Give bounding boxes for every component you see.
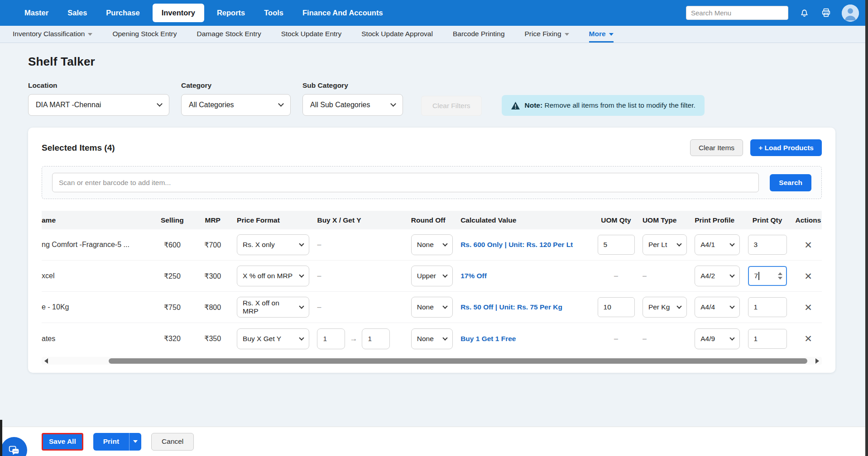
chevron-down-icon — [299, 272, 304, 277]
print-qty-input-value: 1 — [754, 335, 758, 343]
table-row: e - 10Kg₹750₹800Rs. X off on MRP–NoneRs.… — [42, 292, 822, 323]
calculated-value-link[interactable]: Rs. 50 Off | Unit: Rs. 75 Per Kg — [460, 303, 562, 311]
subnav-item-price-fixing[interactable]: Price Fixing — [525, 26, 569, 43]
price-format-select[interactable]: X % off on MRP — [237, 266, 309, 286]
panel-title: Selected Items (4) — [42, 143, 115, 153]
clear-items-button[interactable]: Clear Items — [690, 139, 743, 156]
subnav-item-label: More — [589, 30, 606, 38]
horizontal-scrollbar[interactable] — [42, 357, 822, 365]
print-qty-input[interactable]: 3 — [748, 235, 787, 255]
spinner-down-icon[interactable] — [778, 277, 782, 280]
item-name-cell: ng Comfort -Fragrance-5 ... — [42, 241, 148, 249]
round-off-select[interactable]: None — [411, 297, 453, 318]
barcode-input[interactable] — [52, 173, 759, 192]
topnav-item-purchase[interactable]: Purchase — [100, 4, 146, 22]
subnav-item-opening-stock-entry[interactable]: Opening Stock Entry — [112, 26, 177, 43]
buy-x-value: 1 — [323, 335, 327, 343]
location-select[interactable]: DIA MART -Chennai — [28, 94, 169, 116]
print-icon[interactable] — [820, 7, 832, 19]
round-off-cell: None — [411, 328, 453, 349]
sub-category-label: Sub Category — [302, 81, 403, 90]
items-table: ameSellingMRPPrice FormatBuy X / Get YRo… — [42, 211, 822, 365]
calculated-value-link[interactable]: Buy 1 Get 1 Free — [460, 335, 516, 343]
column-header-print-profile: Print Profile — [695, 216, 740, 224]
round-off-select[interactable]: Upper — [411, 266, 453, 286]
uom-qty-cell: 10 — [598, 297, 635, 317]
user-avatar[interactable] — [842, 5, 859, 22]
subnav-item-label: Damage Stock Entry — [197, 30, 261, 38]
mrp-price: ₹700 — [204, 241, 221, 249]
print-qty-cell: 3 — [748, 235, 787, 255]
price-format-select[interactable]: Buy X Get Y — [237, 328, 309, 349]
print-profile-select[interactable]: A4/9 — [695, 328, 740, 349]
uom-type-select[interactable]: Per Lt — [643, 234, 687, 255]
chevron-down-icon — [676, 304, 681, 309]
remove-item-button[interactable]: ✕ — [804, 334, 812, 343]
remove-item-button[interactable]: ✕ — [804, 240, 812, 250]
subnav-item-inventory-classification[interactable]: Inventory Classification — [13, 26, 92, 43]
scrollbar-thumb[interactable] — [109, 358, 807, 364]
subnav-item-more[interactable]: More — [589, 26, 614, 43]
calculated-value-link[interactable]: 17% Off — [460, 272, 487, 280]
sub-category-select[interactable]: All Sub Categories — [302, 94, 403, 116]
topnav-item-finance-and-accounts[interactable]: Finance And Accounts — [296, 4, 389, 22]
print-button[interactable]: Print — [93, 433, 129, 451]
barcode-scan-zone: Search — [42, 166, 822, 199]
search-menu-input[interactable] — [686, 6, 788, 20]
remove-item-button[interactable]: ✕ — [804, 271, 812, 281]
topnav-item-tools[interactable]: Tools — [258, 4, 290, 22]
round-off-select-value: None — [417, 241, 434, 249]
subnav-item-barcode-printing[interactable]: Barcode Printing — [453, 26, 505, 43]
load-products-button[interactable]: + Load Products — [750, 139, 822, 156]
uom-qty-input[interactable]: 10 — [598, 297, 635, 317]
page-title: Shelf Talker — [28, 55, 840, 69]
uom-type-select[interactable]: Per Kg — [643, 297, 687, 318]
subnav-item-damage-stock-entry[interactable]: Damage Stock Entry — [197, 26, 261, 43]
price-format-select[interactable]: Rs. X off on MRP — [237, 297, 309, 318]
print-profile-select[interactable]: A4/1 — [695, 234, 740, 255]
caret-down-icon — [133, 440, 138, 443]
price-format-select-value: Rs. X only — [243, 241, 275, 249]
buy-x-input[interactable]: 1 — [317, 328, 345, 349]
get-y-input[interactable]: 1 — [362, 328, 390, 349]
print-qty-input-value: 3 — [754, 241, 758, 249]
subnav-item-stock-update-approval[interactable]: Stock Update Approval — [361, 26, 433, 43]
notifications-bell-icon[interactable] — [798, 7, 810, 19]
sub-category-filter: Sub Category All Sub Categories — [302, 81, 403, 116]
round-off-select[interactable]: None — [411, 234, 453, 255]
round-off-cell: None — [411, 234, 453, 255]
remove-item-button[interactable]: ✕ — [804, 303, 812, 312]
number-spinner[interactable] — [778, 267, 782, 285]
category-select[interactable]: All Categories — [181, 94, 291, 116]
topnav-item-master[interactable]: Master — [18, 4, 55, 22]
calculated-value-link[interactable]: Rs. 600 Only | Unit: Rs. 120 Per Lt — [460, 241, 573, 249]
subnav-item-stock-update-entry[interactable]: Stock Update Entry — [281, 26, 342, 43]
print-profile-select-value: A4/1 — [700, 241, 715, 249]
print-split-button[interactable]: Print — [93, 433, 141, 451]
round-off-select-value: None — [417, 303, 434, 311]
spinner-up-icon[interactable] — [778, 272, 782, 275]
uom-qty-input[interactable]: 5 — [598, 235, 635, 255]
print-dropdown-toggle[interactable] — [129, 433, 141, 451]
topnav-item-reports[interactable]: Reports — [211, 4, 251, 22]
save-all-button[interactable]: Save All — [42, 433, 83, 451]
print-qty-input[interactable]: 1 — [748, 297, 787, 317]
print-profile-select[interactable]: A4/4 — [695, 297, 740, 318]
cancel-button[interactable]: Cancel — [151, 433, 194, 451]
clear-filters-button[interactable]: Clear Filters — [421, 96, 482, 116]
price-format-select[interactable]: Rs. X only — [237, 234, 309, 255]
chevron-down-icon — [730, 241, 735, 246]
search-button[interactable]: Search — [770, 174, 811, 191]
empty-value: – — [317, 303, 321, 311]
mrp-cell: ₹700 — [197, 241, 229, 249]
round-off-select[interactable]: None — [411, 328, 453, 349]
print-profile-select[interactable]: A4/2 — [695, 266, 740, 286]
topnav-item-sales[interactable]: Sales — [61, 4, 93, 22]
scroll-left-arrow-icon[interactable] — [44, 358, 48, 364]
print-qty-input[interactable]: 1 — [748, 329, 787, 349]
print-qty-input[interactable]: 7 — [748, 266, 787, 286]
topnav-item-inventory[interactable]: Inventory — [153, 4, 204, 22]
calculated-value-cell: Rs. 50 Off | Unit: Rs. 75 Per Kg — [460, 303, 590, 311]
scroll-right-arrow-icon[interactable] — [815, 358, 819, 364]
selling-price-cell: ₹250 — [156, 272, 188, 280]
